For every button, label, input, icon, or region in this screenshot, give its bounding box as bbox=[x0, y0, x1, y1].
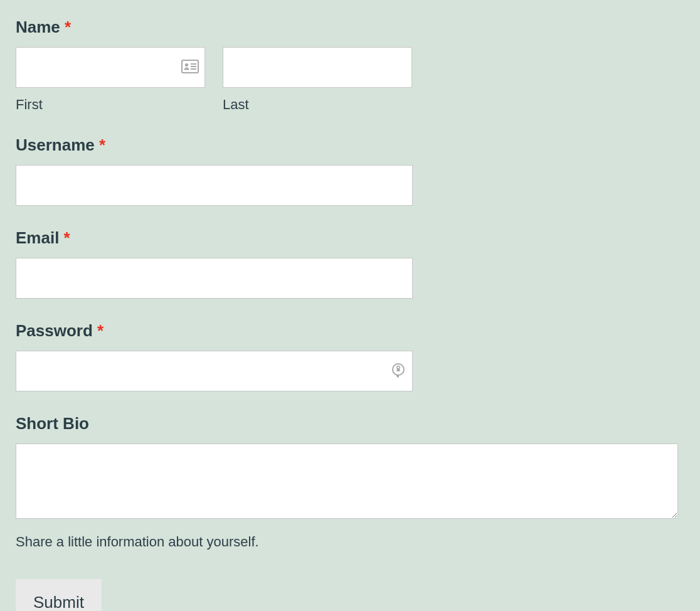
last-name-input-wrapper bbox=[223, 47, 412, 88]
last-name-column: Last bbox=[223, 47, 412, 113]
password-label: Password * bbox=[16, 321, 684, 341]
username-input-wrapper bbox=[16, 165, 413, 206]
password-label-text: Password bbox=[16, 321, 93, 340]
registration-form: Name * bbox=[16, 18, 684, 611]
bio-textarea[interactable] bbox=[16, 444, 678, 519]
username-group: Username * bbox=[16, 135, 684, 206]
bio-hint: Share a little information about yoursel… bbox=[16, 534, 684, 550]
required-asterisk: * bbox=[64, 228, 70, 247]
required-asterisk: * bbox=[97, 321, 103, 340]
password-input-wrapper bbox=[16, 351, 413, 391]
bio-label: Short Bio bbox=[16, 414, 684, 433]
email-input-wrapper bbox=[16, 258, 413, 299]
required-asterisk: * bbox=[99, 135, 105, 154]
username-input[interactable] bbox=[16, 165, 413, 206]
username-label: Username * bbox=[16, 135, 684, 155]
email-input[interactable] bbox=[16, 258, 413, 299]
password-input[interactable] bbox=[16, 351, 413, 391]
bio-label-text: Short Bio bbox=[16, 414, 89, 433]
email-group: Email * bbox=[16, 228, 684, 299]
name-label: Name * bbox=[16, 18, 684, 37]
required-asterisk: * bbox=[65, 18, 71, 36]
bio-group: Short Bio Share a little information abo… bbox=[16, 414, 684, 550]
first-name-sublabel: First bbox=[16, 97, 205, 113]
name-label-text: Name bbox=[16, 18, 60, 36]
username-label-text: Username bbox=[16, 135, 95, 154]
name-row: First Last bbox=[16, 47, 684, 113]
first-name-input[interactable] bbox=[16, 47, 205, 88]
password-group: Password * bbox=[16, 321, 684, 391]
submit-button[interactable]: Submit bbox=[16, 579, 102, 611]
last-name-sublabel: Last bbox=[223, 97, 412, 113]
first-name-column: First bbox=[16, 47, 205, 113]
email-label: Email * bbox=[16, 228, 684, 248]
first-name-input-wrapper bbox=[16, 47, 205, 88]
email-label-text: Email bbox=[16, 228, 59, 247]
name-group: Name * bbox=[16, 18, 684, 113]
last-name-input[interactable] bbox=[223, 47, 412, 88]
